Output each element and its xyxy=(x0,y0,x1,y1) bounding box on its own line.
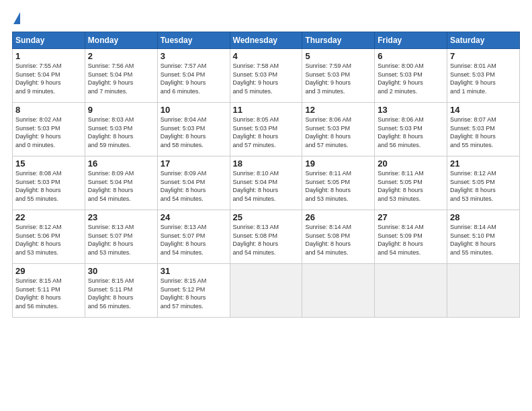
day-number: 14 xyxy=(450,105,517,115)
day-number: 8 xyxy=(15,105,82,115)
day-info: Sunrise: 8:13 AM Sunset: 5:07 PM Dayligh… xyxy=(88,223,154,257)
calendar-week-row: 1Sunrise: 7:55 AM Sunset: 5:04 PM Daylig… xyxy=(13,49,520,103)
day-info: Sunrise: 8:08 AM Sunset: 5:03 PM Dayligh… xyxy=(15,169,82,203)
calendar-cell: 17Sunrise: 8:09 AM Sunset: 5:04 PM Dayli… xyxy=(157,156,230,210)
day-number: 27 xyxy=(378,212,444,222)
header xyxy=(12,12,520,26)
calendar-cell: 31Sunrise: 8:15 AM Sunset: 5:12 PM Dayli… xyxy=(157,264,230,318)
day-number: 3 xyxy=(161,51,227,61)
logo-icon xyxy=(13,12,20,24)
day-info: Sunrise: 8:14 AM Sunset: 5:08 PM Dayligh… xyxy=(305,223,371,257)
day-number: 29 xyxy=(15,266,82,276)
weekday-header: Sunday xyxy=(13,32,85,49)
calendar-cell: 5Sunrise: 7:59 AM Sunset: 5:03 PM Daylig… xyxy=(302,49,375,103)
calendar-cell: 1Sunrise: 7:55 AM Sunset: 5:04 PM Daylig… xyxy=(13,49,85,103)
calendar-cell: 22Sunrise: 8:12 AM Sunset: 5:06 PM Dayli… xyxy=(13,210,85,264)
day-info: Sunrise: 7:59 AM Sunset: 5:03 PM Dayligh… xyxy=(305,62,371,95)
calendar-cell: 16Sunrise: 8:09 AM Sunset: 5:04 PM Dayli… xyxy=(85,156,157,210)
calendar-cell: 10Sunrise: 8:04 AM Sunset: 5:03 PM Dayli… xyxy=(157,103,230,156)
calendar-cell: 27Sunrise: 8:14 AM Sunset: 5:09 PM Dayli… xyxy=(375,210,447,264)
day-number: 26 xyxy=(305,212,371,222)
calendar-cell: 26Sunrise: 8:14 AM Sunset: 5:08 PM Dayli… xyxy=(302,210,375,264)
calendar-cell: 8Sunrise: 8:02 AM Sunset: 5:03 PM Daylig… xyxy=(13,103,85,156)
day-number: 10 xyxy=(161,105,227,115)
day-info: Sunrise: 8:10 AM Sunset: 5:04 PM Dayligh… xyxy=(233,169,300,203)
day-number: 19 xyxy=(305,158,371,169)
calendar-body: 1Sunrise: 7:55 AM Sunset: 5:04 PM Daylig… xyxy=(13,49,520,318)
calendar-cell xyxy=(375,264,447,318)
day-number: 11 xyxy=(233,105,300,115)
calendar-cell: 12Sunrise: 8:06 AM Sunset: 5:03 PM Dayli… xyxy=(302,103,375,156)
day-info: Sunrise: 7:57 AM Sunset: 5:04 PM Dayligh… xyxy=(161,62,227,95)
day-info: Sunrise: 8:07 AM Sunset: 5:03 PM Dayligh… xyxy=(450,116,517,149)
day-number: 5 xyxy=(305,51,371,61)
day-info: Sunrise: 8:01 AM Sunset: 5:03 PM Dayligh… xyxy=(450,62,517,95)
calendar-cell xyxy=(302,264,375,318)
calendar-cell: 24Sunrise: 8:13 AM Sunset: 5:07 PM Dayli… xyxy=(157,210,230,264)
calendar-cell: 6Sunrise: 8:00 AM Sunset: 5:03 PM Daylig… xyxy=(375,49,447,103)
weekday-header: Tuesday xyxy=(157,32,230,49)
day-number: 24 xyxy=(161,212,227,222)
weekday-header: Friday xyxy=(375,32,447,49)
day-info: Sunrise: 8:13 AM Sunset: 5:07 PM Dayligh… xyxy=(161,223,227,257)
calendar-cell: 30Sunrise: 8:15 AM Sunset: 5:11 PM Dayli… xyxy=(85,264,157,318)
weekday-header: Thursday xyxy=(302,32,375,49)
day-info: Sunrise: 8:15 AM Sunset: 5:11 PM Dayligh… xyxy=(15,277,82,310)
calendar-cell: 18Sunrise: 8:10 AM Sunset: 5:04 PM Dayli… xyxy=(230,156,302,210)
day-number: 23 xyxy=(88,212,154,222)
day-info: Sunrise: 8:02 AM Sunset: 5:03 PM Dayligh… xyxy=(15,116,82,149)
calendar-cell: 2Sunrise: 7:56 AM Sunset: 5:04 PM Daylig… xyxy=(85,49,157,103)
calendar-week-row: 8Sunrise: 8:02 AM Sunset: 5:03 PM Daylig… xyxy=(13,103,520,156)
day-info: Sunrise: 8:15 AM Sunset: 5:12 PM Dayligh… xyxy=(161,277,227,310)
calendar-week-row: 15Sunrise: 8:08 AM Sunset: 5:03 PM Dayli… xyxy=(13,156,520,210)
calendar-cell: 25Sunrise: 8:13 AM Sunset: 5:08 PM Dayli… xyxy=(230,210,302,264)
day-number: 2 xyxy=(88,51,154,61)
day-number: 13 xyxy=(378,105,444,115)
calendar-cell xyxy=(230,264,302,318)
day-info: Sunrise: 8:14 AM Sunset: 5:10 PM Dayligh… xyxy=(450,223,517,257)
day-info: Sunrise: 8:12 AM Sunset: 5:05 PM Dayligh… xyxy=(450,169,517,203)
day-number: 15 xyxy=(15,158,82,169)
calendar-cell xyxy=(447,264,520,318)
calendar-cell: 9Sunrise: 8:03 AM Sunset: 5:03 PM Daylig… xyxy=(85,103,157,156)
calendar: SundayMondayTuesdayWednesdayThursdayFrid… xyxy=(12,32,520,318)
calendar-cell: 13Sunrise: 8:06 AM Sunset: 5:03 PM Dayli… xyxy=(375,103,447,156)
weekday-header: Saturday xyxy=(447,32,520,49)
day-number: 17 xyxy=(161,158,227,169)
calendar-cell: 19Sunrise: 8:11 AM Sunset: 5:05 PM Dayli… xyxy=(302,156,375,210)
weekday-header: Wednesday xyxy=(230,32,302,49)
calendar-cell: 23Sunrise: 8:13 AM Sunset: 5:07 PM Dayli… xyxy=(85,210,157,264)
day-info: Sunrise: 8:06 AM Sunset: 5:03 PM Dayligh… xyxy=(378,116,444,149)
calendar-cell: 29Sunrise: 8:15 AM Sunset: 5:11 PM Dayli… xyxy=(13,264,85,318)
day-number: 7 xyxy=(450,51,517,61)
calendar-cell: 21Sunrise: 8:12 AM Sunset: 5:05 PM Dayli… xyxy=(447,156,520,210)
day-info: Sunrise: 7:58 AM Sunset: 5:03 PM Dayligh… xyxy=(233,62,300,95)
calendar-cell: 15Sunrise: 8:08 AM Sunset: 5:03 PM Dayli… xyxy=(13,156,85,210)
day-info: Sunrise: 8:11 AM Sunset: 5:05 PM Dayligh… xyxy=(305,169,371,203)
day-info: Sunrise: 7:56 AM Sunset: 5:04 PM Dayligh… xyxy=(88,62,154,95)
calendar-header: SundayMondayTuesdayWednesdayThursdayFrid… xyxy=(13,32,520,49)
day-info: Sunrise: 8:03 AM Sunset: 5:03 PM Dayligh… xyxy=(88,116,154,149)
day-info: Sunrise: 8:09 AM Sunset: 5:04 PM Dayligh… xyxy=(88,169,154,203)
day-number: 31 xyxy=(161,266,227,276)
day-info: Sunrise: 8:09 AM Sunset: 5:04 PM Dayligh… xyxy=(161,169,227,203)
day-info: Sunrise: 8:04 AM Sunset: 5:03 PM Dayligh… xyxy=(161,116,227,149)
day-info: Sunrise: 8:11 AM Sunset: 5:05 PM Dayligh… xyxy=(378,169,444,203)
day-number: 18 xyxy=(233,158,300,169)
day-number: 25 xyxy=(233,212,300,222)
day-info: Sunrise: 8:05 AM Sunset: 5:03 PM Dayligh… xyxy=(233,116,300,149)
day-info: Sunrise: 8:14 AM Sunset: 5:09 PM Dayligh… xyxy=(378,223,444,257)
calendar-cell: 20Sunrise: 8:11 AM Sunset: 5:05 PM Dayli… xyxy=(375,156,447,210)
calendar-week-row: 29Sunrise: 8:15 AM Sunset: 5:11 PM Dayli… xyxy=(13,264,520,318)
day-number: 1 xyxy=(15,51,82,61)
day-number: 30 xyxy=(88,266,154,276)
calendar-cell: 28Sunrise: 8:14 AM Sunset: 5:10 PM Dayli… xyxy=(447,210,520,264)
day-number: 16 xyxy=(88,158,154,169)
calendar-cell: 7Sunrise: 8:01 AM Sunset: 5:03 PM Daylig… xyxy=(447,49,520,103)
day-number: 21 xyxy=(450,158,517,169)
weekday-row: SundayMondayTuesdayWednesdayThursdayFrid… xyxy=(13,32,520,49)
calendar-cell: 14Sunrise: 8:07 AM Sunset: 5:03 PM Dayli… xyxy=(447,103,520,156)
page: SundayMondayTuesdayWednesdayThursdayFrid… xyxy=(0,0,532,411)
day-number: 22 xyxy=(15,212,82,222)
calendar-cell: 11Sunrise: 8:05 AM Sunset: 5:03 PM Dayli… xyxy=(230,103,302,156)
